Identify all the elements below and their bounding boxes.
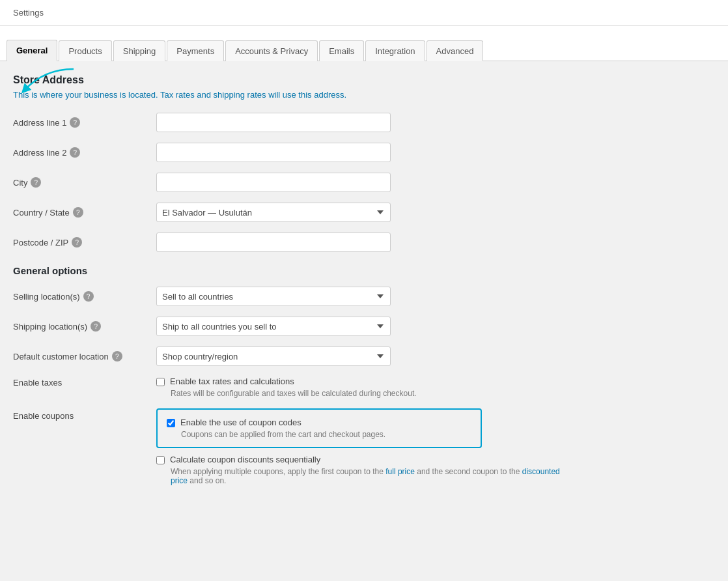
tab-general[interactable]: General (7, 40, 57, 61)
enable-taxes-field: Enable tax rates and calculations Rates … (156, 376, 573, 398)
enable-taxes-checkbox-row: Enable tax rates and calculations (156, 376, 573, 386)
enable-coupons-label: Enable coupons (13, 408, 156, 421)
selling-locations-select[interactable]: Sell to all countries Sell to specific c… (156, 287, 391, 306)
coupon-highlight-box: Enable the use of coupon codes Coupons c… (156, 408, 482, 448)
city-help-icon[interactable]: ? (31, 177, 41, 188)
enable-coupons-field: Enable the use of coupon codes Coupons c… (156, 408, 573, 485)
page-title: Settings (13, 8, 44, 18)
selling-locations-help-icon[interactable]: ? (83, 291, 94, 302)
shipping-locations-select[interactable]: Ship to all countries you sell to Ship t… (156, 317, 391, 336)
store-address-section: Store Address This is where your busines… (13, 74, 573, 252)
country-row: Country / State ? El Salvador — Usulután (13, 203, 573, 222)
shipping-locations-label: Shipping location(s) ? (13, 321, 156, 332)
enable-taxes-checkbox[interactable] (156, 378, 165, 386)
tab-products[interactable]: Products (59, 40, 111, 61)
postcode-row: Postcode / ZIP ? (13, 233, 573, 252)
selling-locations-row: Selling location(s) ? Sell to all countr… (13, 287, 573, 306)
enable-coupons-row: Enable coupons Enable the use of coupon … (13, 408, 573, 485)
settings-content: Store Address This is where your busines… (0, 61, 586, 509)
selling-locations-label: Selling location(s) ? (13, 291, 156, 302)
general-options-section: General options (13, 265, 573, 276)
enable-coupons-checkbox-label: Enable the use of coupon codes (180, 418, 301, 427)
postcode-label: Postcode / ZIP ? (13, 237, 156, 248)
default-customer-location-row: Default customer location ? No location … (13, 347, 573, 366)
default-customer-location-help-icon[interactable]: ? (112, 351, 122, 361)
store-address-title: Store Address (13, 74, 573, 86)
sequential-coupons-checkbox[interactable] (156, 456, 165, 464)
country-label: Country / State ? (13, 207, 156, 218)
default-customer-location-select[interactable]: No location by default Shop country/regi… (156, 347, 391, 366)
postcode-input[interactable] (156, 233, 391, 252)
enable-taxes-row: Enable taxes Enable tax rates and calcul… (13, 376, 573, 398)
city-label: City ? (13, 177, 156, 188)
enable-taxes-desc: Rates will be configurable and taxes wil… (171, 389, 573, 398)
address2-help-icon[interactable]: ? (70, 147, 80, 158)
address2-row: Address line 2 ? (13, 143, 573, 162)
default-customer-location-label: Default customer location ? (13, 351, 156, 361)
address1-row: Address line 1 ? (13, 113, 573, 132)
postcode-help-icon[interactable]: ? (72, 237, 82, 248)
enable-coupons-checkbox-row: Enable the use of coupon codes (167, 418, 471, 427)
city-row: City ? (13, 173, 573, 192)
tab-payments[interactable]: Payments (167, 40, 224, 61)
enable-coupons-checkbox[interactable] (167, 419, 175, 427)
tab-integration[interactable]: Integration (365, 40, 425, 61)
enable-coupons-desc: Coupons can be applied from the cart and… (181, 430, 471, 439)
enable-taxes-label: Enable taxes (13, 376, 156, 388)
sequential-coupons-row: Calculate coupon discounts sequentially (156, 455, 573, 464)
address2-label: Address line 2 ? (13, 147, 156, 158)
store-address-desc: This is where your business is located. … (13, 90, 573, 100)
address1-input[interactable] (156, 113, 391, 132)
sequential-coupons-label: Calculate coupon discounts sequentially (170, 455, 320, 464)
tab-shipping[interactable]: Shipping (113, 40, 166, 61)
enable-taxes-checkbox-label: Enable tax rates and calculations (170, 376, 294, 386)
tab-emails[interactable]: Emails (319, 40, 364, 61)
city-input[interactable] (156, 173, 391, 192)
tab-advanced[interactable]: Advanced (427, 40, 484, 61)
tabs-bar: General Products Shipping Payments Accou… (0, 26, 728, 61)
country-select[interactable]: El Salvador — Usulután (156, 203, 391, 222)
address2-input[interactable] (156, 143, 391, 162)
country-help-icon[interactable]: ? (73, 207, 83, 218)
address1-help-icon[interactable]: ? (70, 117, 80, 128)
general-options-title: General options (13, 265, 573, 276)
shipping-locations-help-icon[interactable]: ? (91, 321, 101, 332)
sequential-coupons-desc: When applying multiple coupons, apply th… (171, 467, 573, 485)
address1-label: Address line 1 ? (13, 117, 156, 128)
tab-accounts-privacy[interactable]: Accounts & Privacy (225, 40, 318, 61)
shipping-locations-row: Shipping location(s) ? Ship to all count… (13, 317, 573, 336)
